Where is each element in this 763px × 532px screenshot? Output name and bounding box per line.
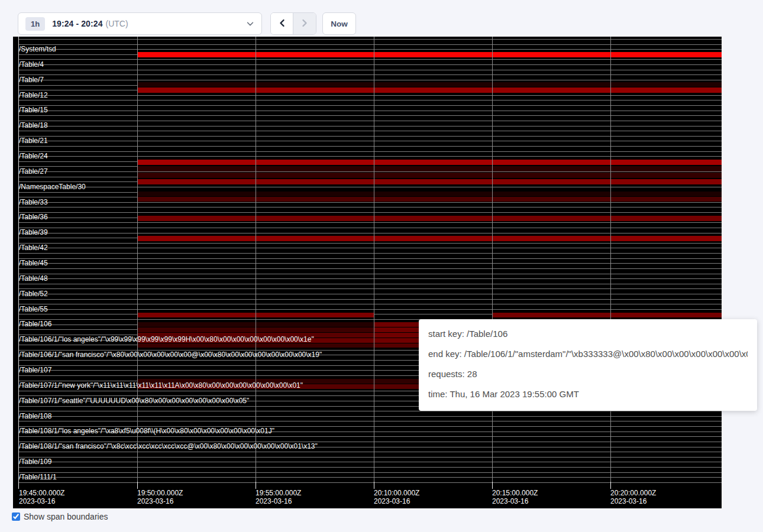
heatmap-band[interactable] xyxy=(492,313,722,317)
row-label: /Table/15 xyxy=(19,106,48,113)
range-duration-badge: 1h xyxy=(25,17,45,31)
axis-label: 19:50:00.000Z2023-03-16 xyxy=(137,489,183,505)
row-label: /Table/107/1/"seattle"/"UUUUUUD\x00\x80\… xyxy=(19,397,249,404)
row-label: /Table/107/1/"new york"/"\x11\x11\x11\x1… xyxy=(19,382,303,389)
span-boundary-line xyxy=(18,187,722,187)
axis-date: 2023-03-16 xyxy=(137,497,183,505)
span-boundary-line xyxy=(18,39,722,40)
axis-date: 2023-03-16 xyxy=(256,497,301,505)
span-boundary-line xyxy=(18,248,722,248)
axis-time: 20:15:00.000Z xyxy=(492,489,538,497)
span-boundary-line xyxy=(18,416,722,417)
heatmap-band[interactable] xyxy=(137,197,722,202)
heatmap-band[interactable] xyxy=(137,166,722,171)
row-label: /Table/52 xyxy=(19,290,48,297)
chevron-right-icon xyxy=(300,18,309,30)
axis-tick xyxy=(374,482,374,489)
axis-time: 20:10:00.000Z xyxy=(374,489,419,497)
row-label: /Table/106/1/"los angeles"/"\x99\x99\x99… xyxy=(19,336,314,343)
span-boundary-line xyxy=(18,294,722,294)
span-boundary-line xyxy=(18,482,722,483)
heatmap-band[interactable] xyxy=(137,216,722,221)
row-label: /Table/42 xyxy=(19,244,48,251)
heatmap-band[interactable] xyxy=(137,52,722,57)
chevron-left-icon xyxy=(277,18,287,30)
previous-range-button[interactable] xyxy=(271,13,293,34)
axis-date: 2023-03-16 xyxy=(610,497,656,505)
span-boundary-line xyxy=(18,233,722,233)
row-label: /Table/106/1/"san francisco"/"\x80\x00\x… xyxy=(19,351,322,358)
axis-date: 2023-03-16 xyxy=(374,497,419,505)
row-label: /Table/108 xyxy=(19,413,51,420)
span-boundary-line xyxy=(18,263,722,264)
span-boundary-line xyxy=(18,74,722,75)
axis-label: 20:10:00.000Z2023-03-16 xyxy=(374,489,419,505)
key-visualizer-page: 1h 19:24 - 20:24 (UTC) Now /System/tsd/T… xyxy=(0,0,763,532)
chevron-down-icon xyxy=(246,20,254,28)
row-label: /Table/48 xyxy=(19,275,48,282)
time-range-selector[interactable]: 1h 19:24 - 20:24 (UTC) xyxy=(18,12,262,35)
next-range-button[interactable] xyxy=(293,13,316,34)
span-boundary-line xyxy=(18,49,722,50)
span-tooltip: start key: /Table/106 end key: /Table/10… xyxy=(419,319,757,411)
row-label: /Table/55 xyxy=(19,306,48,313)
show-span-boundaries-label: Show span boundaries xyxy=(24,512,108,521)
span-boundary-line xyxy=(18,115,722,116)
heatmap-band[interactable] xyxy=(137,179,722,184)
heatmap-band[interactable] xyxy=(137,82,722,87)
span-boundary-line xyxy=(18,156,722,157)
time-gridline xyxy=(374,37,374,483)
span-boundary-line xyxy=(18,80,722,80)
span-boundary-line xyxy=(18,253,722,254)
span-boundary-line xyxy=(18,299,722,300)
span-boundary-line xyxy=(18,243,722,244)
axis-label: 19:45:00.000Z2023-03-16 xyxy=(19,489,64,505)
time-gridline xyxy=(256,37,256,483)
row-label: /Table/108/1/"san francisco"/"\x8c\xcc\x… xyxy=(19,443,318,450)
heatmap-band[interactable] xyxy=(137,236,722,241)
span-boundary-line xyxy=(18,309,722,310)
time-gridline xyxy=(492,37,493,483)
span-boundary-line xyxy=(18,111,722,111)
heatmap-canvas[interactable]: /System/tsd/Table/4/Table/7/Table/12/Tab… xyxy=(13,37,722,508)
span-boundary-line xyxy=(18,131,722,131)
show-span-boundaries-checkbox[interactable] xyxy=(12,512,20,521)
span-boundary-line xyxy=(18,278,722,279)
axis-tick xyxy=(610,482,611,489)
now-button[interactable]: Now xyxy=(322,12,356,35)
span-boundary-line xyxy=(18,421,722,421)
span-boundary-line xyxy=(18,274,722,274)
row-label: /Table/18 xyxy=(19,122,48,129)
span-boundary-line xyxy=(18,268,722,269)
time-gridline xyxy=(610,37,611,483)
heatmap-band[interactable] xyxy=(137,87,722,93)
time-nav-group xyxy=(270,12,316,35)
axis-time: 19:45:00.000Z xyxy=(19,489,64,497)
axis-tick xyxy=(137,482,138,489)
span-boundary-line xyxy=(18,467,722,468)
heatmap-band[interactable] xyxy=(137,173,722,178)
row-label: /Table/4 xyxy=(19,61,44,68)
span-boundaries-control: Show span boundaries xyxy=(12,512,108,521)
span-boundary-line xyxy=(18,288,722,289)
heatmap-band[interactable] xyxy=(137,192,722,196)
axis-label: 19:55:00.000Z2023-03-16 xyxy=(256,489,301,505)
tooltip-start-key: start key: /Table/106 xyxy=(428,327,748,340)
span-boundary-line xyxy=(18,146,722,147)
span-boundary-line xyxy=(18,141,722,141)
axis-time: 19:50:00.000Z xyxy=(137,489,183,497)
span-boundary-line xyxy=(18,70,722,70)
span-boundary-line xyxy=(18,126,722,126)
span-boundary-line xyxy=(18,304,722,304)
span-boundary-line xyxy=(18,472,722,473)
span-boundary-line xyxy=(18,105,722,106)
span-boundary-line xyxy=(18,258,722,259)
span-boundary-line xyxy=(18,222,722,223)
row-label: /Table/24 xyxy=(19,153,48,160)
row-label: /Table/39 xyxy=(19,229,48,236)
row-label: /Table/109 xyxy=(19,458,51,465)
span-boundary-line xyxy=(18,284,722,284)
span-boundary-line xyxy=(18,171,722,172)
heatmap-band[interactable] xyxy=(137,160,722,165)
row-label: /Table/21 xyxy=(19,137,48,144)
